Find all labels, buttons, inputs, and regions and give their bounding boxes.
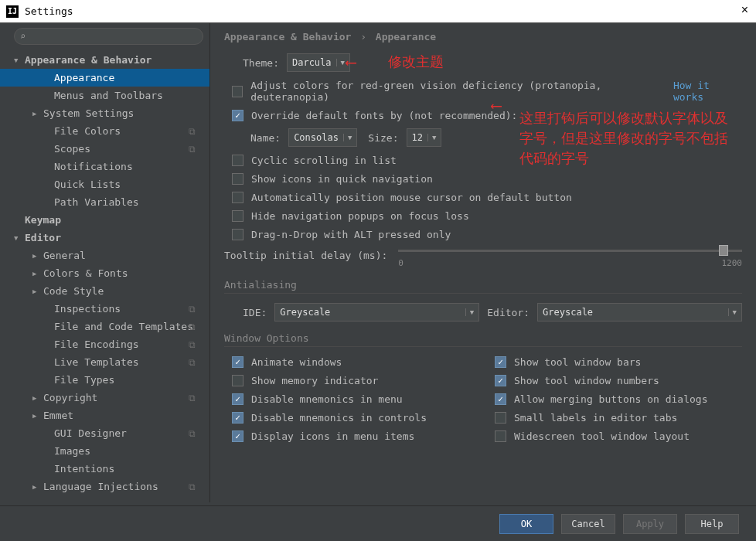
app-icon: IJ [6,5,19,18]
winopt-label: Allow merging buttons on dialogs [514,393,707,405]
winopt-label: Disable mnemonics in controls [251,412,427,424]
adjust-colors-checkbox[interactable] [232,86,243,97]
sidebar-item[interactable]: ▶Code Style [0,282,209,300]
sidebar-item[interactable]: File and Code Templates⧉ [0,318,209,335]
aa-ide-select[interactable]: Greyscale ▼ [274,303,479,322]
sidebar-item-label: General [43,250,86,261]
dragdrop-checkbox[interactable] [232,229,243,240]
breadcrumb-a: Appearance & Behavior [224,31,351,43]
sidebar-item[interactable]: Images [0,442,209,460]
sidebar-item[interactable]: File Types [0,371,209,389]
font-size-select[interactable]: 12 ▼ [407,128,442,147]
cyclic-label: Cyclic scrolling in list [251,155,397,166]
winopt-checkbox[interactable]: ✓ [232,430,243,442]
breadcrumb: Appearance & Behavior › Appearance [224,31,742,43]
winopt-checkbox[interactable]: ✓ [232,356,243,368]
winopt-checkbox[interactable]: ✓ [495,375,506,386]
aa-editor-select[interactable]: Greyscale ▼ [537,303,742,322]
apply-button[interactable]: Apply [623,514,677,534]
sidebar-item[interactable]: GUI Designer⧉ [0,424,209,442]
font-name-label: Name: [250,132,281,144]
cancel-button[interactable]: Cancel [561,514,615,534]
autopos-checkbox[interactable] [232,192,243,203]
sidebar-item[interactable]: Intentions [0,460,209,478]
winopt-checkbox[interactable]: ✓ [232,393,243,405]
winopt-checkbox[interactable]: ✓ [495,356,506,368]
ok-button[interactable]: OK [499,514,553,534]
sidebar-item[interactable]: Path Variables [0,193,209,211]
dialog-footer: OK Cancel Apply Help [0,505,756,541]
hidenav-checkbox[interactable] [232,210,243,222]
theme-label: Theme: [243,57,279,69]
settings-main: Appearance & Behavior › Appearance Theme… [210,23,756,502]
search-input[interactable] [14,28,203,45]
tooltip-delay-slider[interactable] [398,250,742,252]
font-name-select[interactable]: Consolas ▼ [288,128,357,147]
font-size-value: 12 [412,132,423,143]
sidebar-item[interactable]: ▶System Settings [0,104,209,122]
winopt-label: Disable mnemonics in menu [251,393,403,405]
winopt-label: Show memory indicator [251,375,378,386]
autopos-label: Automatically position mouse cursor on d… [251,192,572,203]
sidebar-item-label: Intentions [54,463,114,475]
aa-editor-value: Greyscale [543,307,593,318]
tree-arrow-icon: ▼ [14,234,25,242]
sidebar-item-label: Quick Lists [54,179,121,190]
font-name-value: Consolas [294,132,339,143]
sidebar-item[interactable]: File Colors⧉ [0,122,209,140]
chevron-down-icon: ▼ [465,308,474,316]
window-title: Settings [25,5,73,17]
sidebar-item[interactable]: ▶Emmet [0,407,209,424]
cyclic-checkbox[interactable] [232,155,243,166]
sidebar-item[interactable]: Scopes⧉ [0,140,209,158]
sidebar-item-label: Appearance & Behavior [25,54,152,66]
tree-arrow-icon: ▶ [32,288,43,295]
tree-arrow-icon: ▶ [32,270,43,277]
winopt-label: Display icons in menu items [251,430,414,442]
font-size-label: Size: [368,132,398,144]
sidebar-item-label: Keymap [25,214,61,226]
help-button[interactable]: Help [685,514,739,534]
slider-thumb[interactable] [719,245,728,256]
close-icon[interactable]: × [741,3,748,17]
sidebar-item[interactable]: Live Templates⧉ [0,353,209,371]
chevron-down-icon: ▼ [728,308,737,316]
sidebar-item[interactable]: ▼Editor [0,229,209,247]
winopt-checkbox[interactable] [232,375,243,386]
sidebar-item[interactable]: ▶General [0,247,209,264]
theme-select[interactable]: Darcula ▼ [287,53,350,72]
tree-arrow-icon: ▶ [32,394,43,402]
profile-icon: ⧉ [189,304,196,315]
window-options-title: Window Options [224,332,742,347]
sidebar-item[interactable]: Menus and Toolbars [0,87,209,104]
sidebar-item-label: Code Style [43,285,104,297]
winopt-checkbox[interactable]: ✓ [232,412,243,424]
sidebar-item-label: Images [54,445,90,457]
sidebar-item[interactable]: ▶Language Injections⧉ [0,478,209,495]
sidebar-item[interactable]: Inspections⧉ [0,300,209,318]
winopt-checkbox[interactable] [495,412,506,424]
sidebar-item[interactable]: Appearance [0,69,209,87]
how-it-works-link[interactable]: How it works [673,80,742,103]
winopt-checkbox[interactable]: ✓ [495,393,506,405]
profile-icon: ⧉ [189,339,196,350]
sidebar-item[interactable]: File Encodings⧉ [0,335,209,353]
profile-icon: ⧉ [189,428,196,439]
sidebar-item[interactable]: ▼Appearance & Behavior [0,51,209,69]
sidebar-item[interactable]: ▶Copyright⧉ [0,389,209,407]
title-bar: IJ Settings × [0,0,756,23]
sidebar-item[interactable]: ▶Colors & Fonts [0,264,209,282]
sidebar-item-label: Appearance [54,72,114,83]
winopt-checkbox[interactable] [495,430,506,442]
sidebar-item[interactable]: Quick Lists [0,175,209,193]
quicknav-checkbox[interactable] [232,173,243,185]
sidebar-item-label: Live Templates [54,356,139,368]
aa-editor-label: Editor: [487,307,530,318]
sidebar-item[interactable]: Notifications [0,158,209,175]
sidebar-item[interactable]: Keymap [0,211,209,229]
override-fonts-checkbox[interactable]: ✓ [232,110,243,121]
chevron-right-icon: › [360,31,366,43]
tree-arrow-icon: ▶ [32,483,43,491]
slider-min: 0 [398,258,404,268]
sidebar-item-label: Notifications [54,161,133,172]
